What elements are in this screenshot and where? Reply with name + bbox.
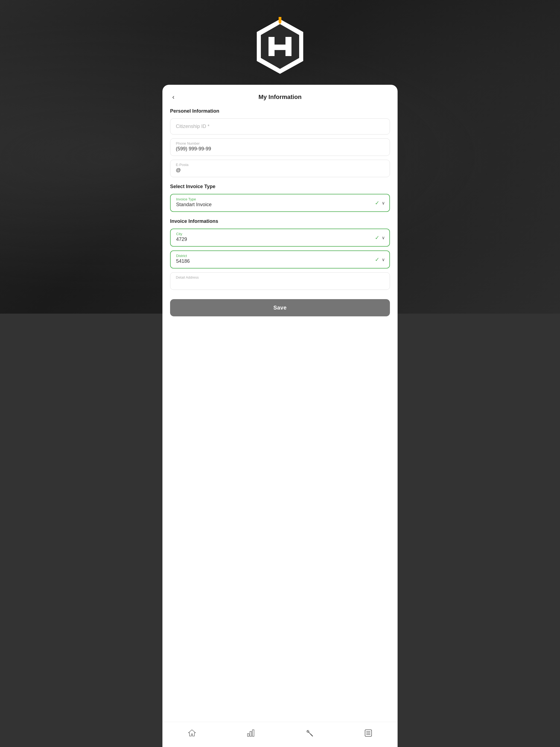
city-group: City 4729 ✓ ∨: [170, 229, 390, 247]
invoice-info-label: Invoice Informations: [170, 218, 390, 224]
svg-line-11: [311, 734, 312, 736]
email-wrapper: E-Posta: [170, 160, 390, 177]
city-chevron-icon: ∨: [382, 235, 385, 240]
svg-rect-8: [252, 730, 254, 736]
home-icon: [187, 729, 196, 739]
district-label: District: [176, 254, 384, 258]
nav-item-menu[interactable]: [358, 726, 378, 742]
phone-number-group: Phone Number: [170, 138, 390, 156]
detail-address-label: Detail Address: [176, 275, 384, 279]
district-group: District 54186 ✓ ∨: [170, 251, 390, 268]
back-icon: ‹: [172, 93, 175, 101]
district-chevron-icon: ∨: [382, 257, 385, 262]
district-check-icon: ✓: [375, 256, 380, 263]
phone-wrapper: Phone Number: [170, 138, 390, 156]
tools-icon: [305, 729, 314, 739]
district-dropdown[interactable]: District 54186 ✓ ∨: [170, 251, 390, 268]
email-input[interactable]: [176, 168, 384, 173]
nav-item-tools[interactable]: [300, 726, 320, 742]
invoice-type-value: Standart Invoice: [176, 202, 212, 207]
city-check-icon: ✓: [375, 234, 380, 241]
main-card: ‹ My Information Personel Information Ph…: [162, 85, 398, 722]
invoice-info-section: Invoice Informations City 4729 ✓ ∨ Distr…: [170, 218, 390, 290]
email-group: E-Posta: [170, 160, 390, 177]
nav-item-stats[interactable]: [241, 726, 261, 742]
personal-info-section: Personel Information Phone Number E-Post…: [170, 108, 390, 177]
invoice-type-select-group: Invoice Type Standart Invoice ✓ ∨: [170, 194, 390, 212]
detail-address-wrapper: Detail Address: [170, 272, 390, 290]
phone-input[interactable]: [176, 146, 384, 152]
page-title: My Information: [258, 94, 302, 101]
city-dropdown[interactable]: City 4729 ✓ ∨: [170, 229, 390, 247]
nav-item-home[interactable]: [182, 726, 202, 742]
detail-address-group: Detail Address: [170, 272, 390, 290]
invoice-type-section-label: Select Invoice Type: [170, 184, 390, 189]
personal-section-label: Personel Information: [170, 108, 390, 114]
save-button[interactable]: Save: [170, 299, 390, 316]
bottom-nav: [162, 722, 398, 747]
svg-rect-4: [269, 45, 291, 50]
phone-label: Phone Number: [176, 141, 384, 146]
email-label: E-Posta: [176, 163, 384, 167]
menu-icon: [364, 729, 373, 739]
city-value: 4729: [176, 236, 187, 242]
logo-container: [0, 0, 560, 85]
city-label: City: [176, 232, 384, 236]
svg-rect-6: [248, 733, 249, 736]
stats-icon: [246, 729, 255, 739]
citizenship-id-input[interactable]: [170, 119, 390, 134]
back-button[interactable]: ‹: [170, 92, 177, 102]
district-value: 54186: [176, 258, 190, 264]
invoice-type-chevron-icon: ∨: [382, 200, 385, 206]
invoice-type-section: Select Invoice Type Invoice Type Standar…: [170, 184, 390, 212]
detail-address-input[interactable]: [176, 280, 384, 286]
citizenship-id-group: [170, 119, 390, 134]
card-header: ‹ My Information: [170, 94, 390, 101]
invoice-type-dropdown[interactable]: Invoice Type Standart Invoice ✓ ∨: [170, 194, 390, 212]
app-logo: [253, 17, 307, 77]
svg-rect-7: [250, 731, 252, 736]
invoice-type-label: Invoice Type: [176, 197, 384, 201]
invoice-type-check-icon: ✓: [375, 200, 380, 206]
